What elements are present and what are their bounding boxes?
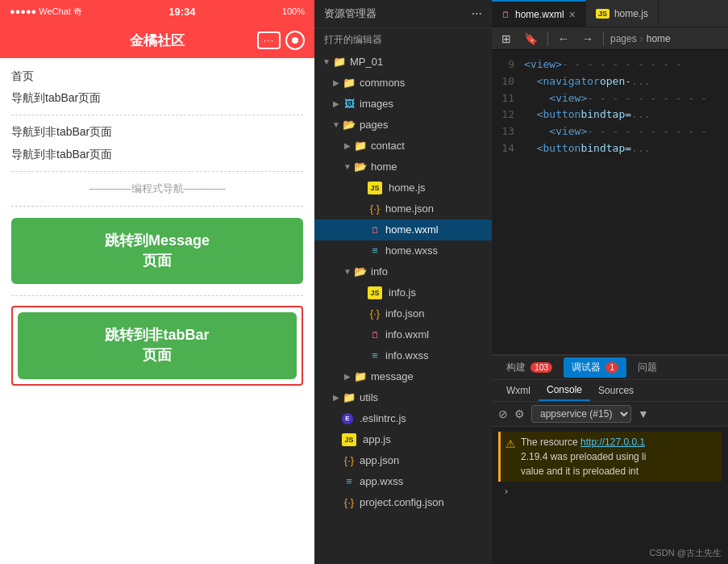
phone-content: 首页 导航到tabBar页面 导航到非tabBar页面 导航到非tabBar页面… — [0, 58, 314, 564]
code-line-14: <button bindtap=... — [524, 140, 728, 157]
console-warning-message: ⚠ The resource http://127.0.0.1 2.19.4 w… — [498, 432, 722, 482]
statusbar-time: 19:34 — [168, 6, 195, 18]
console-link[interactable]: http://127.0.0.1 — [580, 437, 645, 448]
console-prompt[interactable]: › — [498, 482, 722, 500]
devtools-dropdown-icon[interactable]: ▼ — [638, 407, 649, 420]
circle-inner-dot — [292, 37, 298, 44]
tree-info-json[interactable]: {·} info.json — [314, 303, 492, 324]
tree-info-wxml[interactable]: 🗒 info.wxml — [314, 324, 492, 345]
toolbar-separator-2 — [603, 31, 604, 46]
devtools-tab-debugger-label: 调试器 — [572, 361, 601, 373]
tree-app-json[interactable]: {·} app.json — [314, 450, 492, 471]
root-folder-icon: 📁 — [332, 56, 347, 69]
tab-home-js-label: home.js — [614, 8, 648, 19]
editor-breadcrumb: pages › home — [610, 33, 671, 44]
console-warning-text: The resource http://127.0.0.1 2.19.4 was… — [521, 435, 646, 478]
tree-info-wxss[interactable]: ≡ info.wxss — [314, 345, 492, 366]
navbar-dots-button[interactable]: ··· — [257, 31, 281, 49]
console-prompt-arrow: › — [503, 485, 510, 497]
phone-simulator: ●●●●● WeChat 奇 19:34 100% 金橘社区 ··· 首页 导航… — [0, 0, 314, 564]
root-arrow: ▼ — [321, 53, 332, 71]
toolbar-bookmark-icon[interactable]: 🔖 — [521, 31, 541, 47]
tree-commons[interactable]: ▶ 📁 commons — [314, 73, 492, 94]
devtools-prohibit-icon[interactable]: ⊘ — [498, 407, 508, 420]
devtools-console: ⚠ The resource http://127.0.0.1 2.19.4 w… — [492, 427, 728, 564]
devtools-tab-build[interactable]: 构建 103 — [498, 357, 560, 378]
tab-home-js[interactable]: JS home.js — [586, 0, 659, 27]
editor-tabs: 🗒 home.wxml × JS home.js — [492, 0, 728, 27]
devtools-console-toolbar: ⊘ ⚙ appservice (#15) ▼ — [492, 402, 728, 427]
tree-project-config[interactable]: {·} project.config.json — [314, 492, 492, 513]
tab-wxml-icon: 🗒 — [501, 10, 510, 19]
root-label: MP_01 — [350, 53, 383, 71]
explorer-dots[interactable]: ··· — [472, 6, 482, 21]
devtools-subtab-console[interactable]: Console — [539, 380, 590, 401]
right-panel: 🗒 home.wxml × JS home.js ⊞ 🔖 ← → pages ›… — [492, 0, 728, 564]
devtools-debugger-badge: 1 — [605, 362, 618, 373]
devtools-top-tabs: 构建 103 调试器 1 问题 — [492, 356, 728, 380]
tree-eslintrc[interactable]: E .eslintrc.js — [314, 408, 492, 429]
devtools-context-select[interactable]: appservice (#15) — [531, 405, 631, 423]
toolbar-split-icon[interactable]: ⊞ — [498, 31, 514, 47]
devtools-tab-issues-label: 问题 — [638, 361, 657, 373]
devtools-tab-build-label: 构建 — [506, 361, 526, 373]
devtools-filter-icon[interactable]: ⚙ — [514, 407, 525, 420]
tree-app-wxss[interactable]: ≡ app.wxss — [314, 471, 492, 492]
devtools-tab-issues[interactable]: 问题 — [630, 357, 665, 378]
navbar-circle-button[interactable] — [285, 31, 305, 50]
tree-contact[interactable]: ▶ 📁 contact — [314, 136, 492, 157]
tree-pages[interactable]: ▼ 📂 pages — [314, 115, 492, 136]
tree-app-js[interactable]: JS app.js — [314, 429, 492, 450]
tree-home-wxss[interactable]: ≡ home.wxss — [314, 240, 492, 261]
devtools-build-badge: 103 — [530, 362, 552, 373]
devtools-tab-debugger[interactable]: 调试器 1 — [564, 357, 626, 378]
divider-2 — [11, 171, 303, 172]
tree-home-json[interactable]: {·} home.json — [314, 198, 492, 219]
breadcrumb-pages: pages — [610, 33, 637, 44]
tab-home-wxml[interactable]: 🗒 home.wxml × — [492, 0, 586, 27]
file-explorer: 资源管理器 ··· 打开的编辑器 ▼ 📁 MP_01 ▶ 📁 commons ▶… — [314, 0, 492, 564]
code-editor[interactable]: 9 10 11 12 13 14 <view>- - - - - - - - -… — [492, 50, 728, 354]
wechat-navbar: 金橘社区 ··· — [0, 23, 314, 58]
toolbar-forward-icon[interactable]: → — [579, 31, 597, 47]
breadcrumb-sep-1: › — [640, 33, 643, 44]
divider-1 — [11, 115, 303, 115]
devtools-subtab-wxml[interactable]: Wxml — [498, 381, 539, 400]
statusbar-signal: ●●●●● WeChat 奇 — [10, 6, 82, 18]
nav-text-non-tabbar-2: 导航到非tabBar页面 — [11, 144, 303, 165]
tree-info-js[interactable]: JS info.js — [314, 282, 492, 303]
tree-message[interactable]: ▶ 📁 message — [314, 366, 492, 387]
statusbar-battery: 100% — [282, 6, 305, 16]
devtools-sub-tabs: Wxml Console Sources — [492, 380, 728, 402]
devtools-subtab-sources[interactable]: Sources — [590, 381, 642, 400]
tree-home[interactable]: ▼ 📂 home — [314, 157, 492, 178]
tree-home-wxml[interactable]: 🗒 home.wxml — [314, 219, 492, 240]
nav-text-home: 首页 — [11, 66, 303, 86]
tree-root[interactable]: ▼ 📁 MP_01 — [314, 52, 492, 73]
line-numbers: 9 10 11 12 13 14 — [492, 50, 521, 354]
editor-toolbar: ⊞ 🔖 ← → pages › home — [492, 27, 728, 50]
toolbar-separator — [547, 31, 548, 46]
btn-non-tabbar-container: 跳转到非tabBar 页面 — [11, 306, 303, 385]
open-editors-label[interactable]: 打开的编辑器 — [314, 28, 492, 52]
code-line-13: <view>- - - - - - - - - - — [524, 123, 728, 140]
toolbar-back-icon[interactable]: ← — [555, 31, 572, 47]
tree-images[interactable]: ▶ 🖼 images — [314, 94, 492, 115]
code-line-11: <view>- - - - - - - - - - — [524, 90, 728, 107]
section-programmatic-nav: ————编程式导航———— — [11, 182, 303, 196]
devtools-panel: 构建 103 调试器 1 问题 Wxml Console Sources — [492, 354, 728, 564]
nav-text-tabbar: 导航到tabBar页面 — [11, 88, 303, 108]
navbar-right-buttons[interactable]: ··· — [257, 31, 305, 50]
navbar-title: 金橘社区 — [130, 31, 185, 50]
attribution-text: CSDN @古土先生 — [650, 547, 722, 559]
tree-info[interactable]: ▼ 📂 info — [314, 261, 492, 282]
tree-home-js[interactable]: JS home.js — [314, 178, 492, 198]
tree-utils[interactable]: ▶ 📁 utils — [314, 387, 492, 408]
divider-3 — [11, 206, 303, 207]
btn-jump-message[interactable]: 跳转到Message 页面 — [11, 218, 303, 284]
btn-jump-non-tabbar[interactable]: 跳转到非tabBar 页面 — [18, 312, 297, 378]
tab-home-wxml-close[interactable]: × — [569, 8, 576, 21]
code-content[interactable]: <view>- - - - - - - - - - <navigator ope… — [521, 50, 728, 354]
phone-statusbar: ●●●●● WeChat 奇 19:34 100% — [0, 0, 314, 23]
explorer-header: 资源管理器 ··· — [314, 0, 492, 28]
